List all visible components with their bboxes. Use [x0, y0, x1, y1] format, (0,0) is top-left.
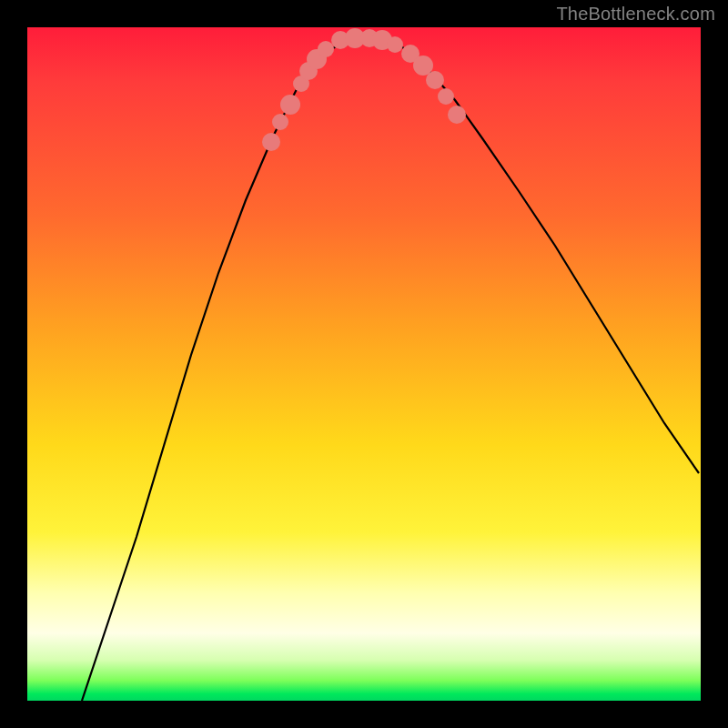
curve-svg [27, 27, 701, 701]
highlight-dot [448, 106, 466, 124]
highlight-dot [318, 41, 334, 57]
highlight-dot [438, 88, 454, 105]
plot-area [27, 27, 701, 701]
highlight-dot [272, 114, 288, 130]
highlight-dot [262, 133, 280, 151]
chart-stage: TheBottleneck.com [0, 0, 728, 728]
watermark-text: TheBottleneck.com [556, 4, 715, 25]
bottleneck-curve [82, 38, 699, 701]
highlight-dot [387, 36, 403, 53]
highlight-dot [426, 71, 444, 89]
highlight-dots [262, 28, 466, 151]
highlight-dot [280, 95, 300, 115]
